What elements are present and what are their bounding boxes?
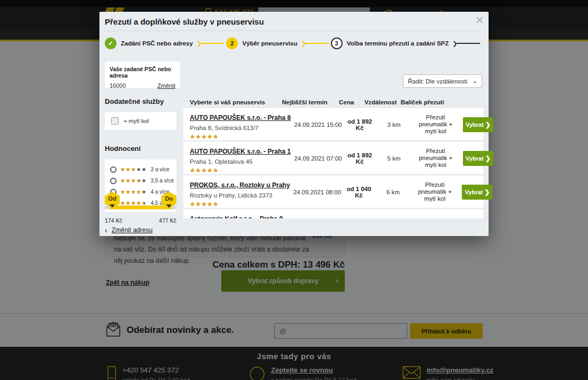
- modal-divider: [105, 31, 482, 31]
- stepper-connector: ❯: [301, 40, 328, 47]
- service-name-link[interactable]: AUTO PAPOUŠEK s.r.o. - Praha 8: [190, 114, 291, 121]
- price-range-values: 174 Kč 477 Kč: [105, 217, 176, 224]
- service-address: Praha 8, Svídnická 613/7: [190, 125, 291, 131]
- service-rating-stars: ★★★★★★★★★★: [190, 201, 219, 207]
- slider-range: [110, 206, 172, 209]
- service-address: Praha 1, Opletalova 45: [190, 158, 291, 165]
- service-price: od 1 892 Kč: [343, 152, 376, 165]
- close-icon[interactable]: ✕: [475, 14, 484, 26]
- step-2-active: 2 Výběr pneuservisu: [226, 37, 297, 49]
- chevron-down-icon: ⌄: [473, 78, 477, 85]
- services-filter-title: Dodatečné služby: [105, 97, 176, 105]
- select-service-label: Vybrat: [465, 189, 483, 195]
- service-rating-stars: ★★★★★★★★★★: [190, 134, 219, 140]
- sort-selected-value: Řadit: Dle vzdálenosti: [408, 78, 467, 85]
- entered-zip-value: 16000: [110, 82, 126, 89]
- step-2-number: 2: [226, 37, 238, 49]
- slider-min-label: Od: [108, 195, 116, 202]
- stepper: ✓ Zadání PSČ nebo adresy ❯ 2 Výběr pneus…: [105, 36, 482, 50]
- price-max-value: 477 Kč: [159, 217, 176, 224]
- chevron-right-icon: ❯: [485, 121, 491, 128]
- rating-stars: ★★★★★★★★★★: [120, 167, 147, 172]
- page: 547 425 372 13 496 Kč Nebojte se, že nak…: [0, 0, 588, 380]
- service-name-link[interactable]: Autoservis Kolf s.r.o. - Praha 9: [190, 215, 283, 218]
- change-address-label: Změnit adresu: [112, 226, 153, 234]
- stepper-connector-end: ❯: [453, 40, 480, 47]
- tire-service-list: Vyberte si váš pneuservis Nejbližší term…: [183, 96, 483, 218]
- chevron-right-icon: ❯: [485, 155, 491, 162]
- service-price: od 1 040 Kč: [342, 186, 375, 199]
- select-service-button[interactable]: Vybrat❯: [463, 151, 493, 166]
- rating-stars: ★★★★★★★★★★: [120, 178, 147, 184]
- wash-wheels-label: + mytí kol: [123, 118, 149, 124]
- service-package: Přezutí pneumatik + mytí kol: [412, 148, 460, 169]
- service-distance: 3 km: [376, 121, 412, 128]
- rating-filter-title: Hodnocení: [105, 145, 176, 153]
- service-package: Přezutí pneumatik + mytí kol: [411, 181, 459, 202]
- table-row-clipped: Autoservis Kolf s.r.o. - Praha 9: [183, 209, 483, 218]
- rating-option[interactable]: ★★★★★★★★★★ 3,5 a více: [110, 175, 176, 186]
- chevron-right-icon: ❯: [484, 188, 490, 196]
- col-header-package: Balíček přezutí: [398, 99, 446, 105]
- step-3-number: 3: [331, 37, 343, 49]
- service-name-link[interactable]: AUTO PAPOUŠEK s.r.o. - Praha 1: [190, 148, 291, 155]
- rating-radio[interactable]: [110, 178, 117, 184]
- chevron-left-icon: ‹: [105, 226, 107, 234]
- price-min-value: 174 Kč: [105, 217, 122, 224]
- rating-option[interactable]: ★★★★★★★★★★ 3 a více: [110, 164, 176, 175]
- tire-service-modal: Přezutí a doplňkové služby v pneuservisu…: [99, 12, 489, 236]
- service-rating-stars: ★★★★★★★★★★: [190, 168, 219, 173]
- service-distance: 6 km: [375, 189, 411, 195]
- service-distance: 5 km: [376, 155, 412, 162]
- step-3-label: Volba termínu přezutí a zadání SPZ: [347, 40, 449, 47]
- table-row: AUTO PAPOUŠEK s.r.o. - Praha 8 Praha 8, …: [183, 108, 483, 140]
- sort-select[interactable]: Řadit: Dle vzdálenosti ⌄: [403, 74, 482, 88]
- service-name-link[interactable]: PROKOS, s.r.o., Roztoky u Prahy: [190, 181, 290, 189]
- service-term: 24.09.2021 08:00: [292, 189, 342, 195]
- rating-radio[interactable]: [110, 166, 117, 173]
- entered-address-title: Vaše zadané PSČ nebo adresa: [110, 66, 175, 79]
- service-option-row[interactable]: + mytí kol: [105, 112, 176, 130]
- service-package: Přezutí pneumatik + mytí kol: [412, 114, 460, 135]
- wash-wheels-checkbox[interactable]: [111, 117, 119, 125]
- select-service-label: Vybrat: [466, 121, 484, 128]
- col-header-price: Cena: [330, 99, 363, 105]
- service-term: 24.09.2021 15:00: [293, 121, 343, 128]
- service-term: 24.09.2021 07:00: [293, 155, 343, 162]
- col-header-service: Vyberte si váš pneuservis: [183, 99, 280, 105]
- entered-address-box: Vaše zadané PSČ nebo adresa 16000 Změnit: [105, 62, 180, 88]
- table-row: AUTO PAPOUŠEK s.r.o. - Praha 1 Praha 1, …: [183, 142, 483, 174]
- select-service-button[interactable]: Vybrat❯: [462, 185, 492, 200]
- check-icon: ✓: [105, 37, 117, 49]
- change-zip-link[interactable]: Změnit: [157, 82, 175, 89]
- step-2-label: Výběr pneuservisu: [242, 40, 297, 47]
- step-3-todo: 3 Volba termínu přezutí a zadání SPZ: [331, 37, 449, 49]
- select-service-button[interactable]: Vybrat❯: [463, 117, 493, 132]
- col-header-distance: Vzdálenost: [363, 99, 398, 105]
- service-address: Roztoky u Prahy, Lidická 2373: [190, 192, 290, 199]
- price-range-slider: Od Do: [105, 192, 176, 216]
- stepper-connector: ❯: [197, 40, 224, 47]
- select-service-label: Vybrat: [466, 155, 484, 162]
- service-price: od 1 892 Kč: [343, 118, 376, 131]
- change-address-link[interactable]: ‹ Změnit adresu: [105, 226, 152, 234]
- rating-option-label: 3 a více: [151, 166, 169, 172]
- rating-option-label: 3,5 a více: [151, 178, 174, 184]
- col-header-term: Nejbližší termín: [280, 99, 330, 105]
- slider-max-label: Do: [165, 195, 173, 202]
- step-1-done: ✓ Zadání PSČ nebo adresy: [105, 37, 193, 49]
- table-header: Vyberte si váš pneuservis Nejbližší term…: [183, 96, 483, 108]
- table-row: PROKOS, s.r.o., Roztoky u Prahy Roztoky …: [183, 176, 483, 208]
- step-1-label: Zadání PSČ nebo adresy: [121, 40, 193, 47]
- modal-title: Přezutí a doplňkové služby v pneuservisu: [105, 17, 264, 26]
